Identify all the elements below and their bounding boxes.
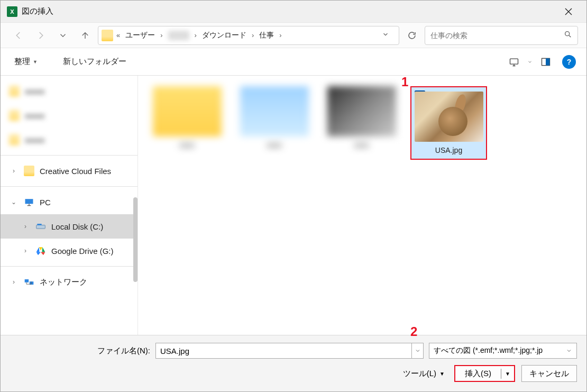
annotation-1: 1 — [401, 75, 408, 89]
sidebar-item-pc[interactable]: ⌄PC — [1, 190, 137, 214]
arrow-up-icon — [80, 31, 90, 40]
insert-label: 挿入(S) — [455, 369, 501, 379]
sidebar-item-label: Creative Cloud Files — [40, 167, 111, 176]
view-mode-button[interactable] — [505, 53, 523, 71]
arrow-right-icon — [36, 31, 45, 40]
sidebar-quick-item-blurred[interactable]: xxxxx — [1, 79, 137, 103]
footer: ファイル名(N): すべての図 (*.emf;*.wmf;*.jpg;*.jp … — [1, 335, 586, 391]
chevron-right-icon: › — [9, 278, 19, 286]
svg-rect-1 — [510, 59, 518, 64]
sidebar-item-local-disk[interactable]: ›Local Disk (C:) — [1, 214, 137, 239]
chevron-down-icon — [415, 348, 421, 354]
view-dropdown[interactable] — [525, 53, 535, 71]
file-item-blurred[interactable]: xxxx — [149, 86, 225, 160]
breadcrumb-users[interactable]: ユーザー — [123, 31, 157, 40]
file-item-blurred[interactable]: xxxx — [323, 86, 400, 160]
sidebar-item-label: Google Drive (G:) — [51, 247, 114, 256]
help-icon: ? — [567, 58, 572, 66]
filename-input[interactable] — [155, 343, 412, 359]
gdrive-icon — [35, 245, 46, 256]
refresh-icon — [407, 31, 417, 40]
nav-forward-button[interactable] — [31, 26, 50, 45]
search-icon[interactable] — [564, 30, 572, 41]
folder-icon — [24, 166, 34, 176]
tools-button[interactable]: ツール(L)▼ — [403, 369, 445, 379]
refresh-button[interactable] — [402, 26, 421, 45]
svg-marker-10 — [36, 247, 40, 252]
svg-rect-3 — [546, 58, 550, 65]
network-icon — [24, 277, 34, 287]
monitor-icon — [509, 57, 519, 67]
svg-marker-8 — [39, 247, 43, 250]
breadcrumb-downloads[interactable]: ダウンロード — [200, 31, 249, 40]
sidebar-item-network[interactable]: ›ネットワーク — [1, 270, 137, 294]
breadcrumb-work[interactable]: 仕事 — [257, 31, 276, 40]
svg-rect-4 — [25, 199, 33, 204]
folder-icon — [102, 30, 113, 41]
file-thumbnail — [415, 92, 483, 142]
svg-marker-12 — [41, 252, 45, 256]
sidebar-scrollbar[interactable] — [133, 197, 137, 282]
tools-label: ツール(L) — [403, 369, 436, 379]
filetype-label: すべての図 (*.emf;*.wmf;*.jpg;*.jp — [434, 346, 543, 355]
breadcrumb-sep: « — [115, 31, 121, 39]
nav-row: « ユーザー › › ダウンロード › 仕事 › — [1, 23, 586, 48]
nav-up-button[interactable] — [76, 26, 95, 45]
new-folder-button[interactable]: 新しいフォルダー — [60, 54, 130, 69]
organize-label: 整理 — [14, 57, 30, 67]
insert-button[interactable]: 挿入(S) ▼ — [454, 365, 515, 382]
sidebar-quick-item-blurred[interactable]: xxxxx — [1, 127, 137, 152]
sidebar-item-gdrive[interactable]: ›Google Drive (G:) — [1, 239, 137, 263]
help-button[interactable]: ? — [562, 55, 576, 69]
sidebar-item-label: ネットワーク — [40, 277, 87, 287]
cancel-label: キャンセル — [529, 369, 569, 379]
chevron-down-icon — [527, 59, 533, 65]
app-excel-icon: X — [7, 6, 17, 17]
filetype-combo[interactable]: すべての図 (*.emf;*.wmf;*.jpg;*.jp — [429, 343, 577, 359]
sidebar-quick-item-blurred[interactable]: xxxxx — [1, 103, 137, 127]
preview-pane-button[interactable] — [537, 53, 555, 71]
nav-recent-dropdown[interactable] — [53, 26, 72, 45]
chevron-right-icon: › — [9, 167, 19, 175]
sidebar-item-ccf[interactable]: ›Creative Cloud Files — [1, 159, 137, 183]
chevron-right-icon: › — [21, 247, 30, 254]
file-list[interactable]: 1 xxxx xxxx xxxx ✔ USA.jpg 2 — [138, 76, 586, 335]
filename-label: ファイル名(N): — [10, 346, 150, 356]
filename-dropdown[interactable] — [412, 343, 424, 359]
breadcrumb-user-blurred[interactable] — [168, 31, 189, 40]
organize-button[interactable]: 整理▼ — [11, 54, 41, 69]
preview-pane-icon — [540, 57, 551, 67]
sidebar: xxxxx xxxxx xxxxx ›Creative Cloud Files … — [1, 76, 138, 335]
file-item-blurred[interactable]: xxxx — [236, 86, 313, 160]
chevron-down-icon — [382, 31, 389, 38]
address-bar[interactable]: « ユーザー › › ダウンロード › 仕事 › — [98, 26, 399, 45]
file-name-label: USA.jpg — [435, 146, 462, 154]
svg-rect-6 — [37, 224, 41, 225]
search-box[interactable] — [425, 26, 578, 45]
chevron-down-icon — [566, 348, 572, 354]
chevron-right-icon: › — [278, 31, 282, 39]
svg-marker-11 — [36, 252, 41, 256]
search-input[interactable] — [430, 31, 564, 40]
cancel-button[interactable]: キャンセル — [521, 365, 577, 382]
chevron-right-icon: › — [21, 223, 30, 230]
chevron-down-icon: ▼ — [33, 59, 38, 65]
svg-point-0 — [565, 31, 570, 35]
new-folder-label: 新しいフォルダー — [63, 57, 126, 67]
title-bar: X 図の挿入 — [1, 1, 586, 23]
annotation-2: 2 — [410, 324, 417, 339]
file-item-selected[interactable]: ✔ USA.jpg — [410, 86, 487, 160]
disk-icon — [35, 221, 46, 232]
sidebar-item-label: PC — [40, 198, 51, 207]
insert-dropdown[interactable]: ▼ — [501, 371, 514, 377]
chevron-down-icon: ▼ — [505, 371, 510, 377]
nav-back-button[interactable] — [9, 26, 28, 45]
svg-marker-9 — [42, 247, 45, 252]
close-button[interactable] — [557, 1, 580, 22]
window-title: 図の挿入 — [22, 6, 53, 16]
pc-icon — [24, 197, 34, 207]
chevron-right-icon: › — [251, 31, 255, 39]
close-icon — [565, 8, 572, 15]
address-dropdown[interactable] — [382, 31, 396, 40]
arrow-left-icon — [14, 31, 23, 40]
